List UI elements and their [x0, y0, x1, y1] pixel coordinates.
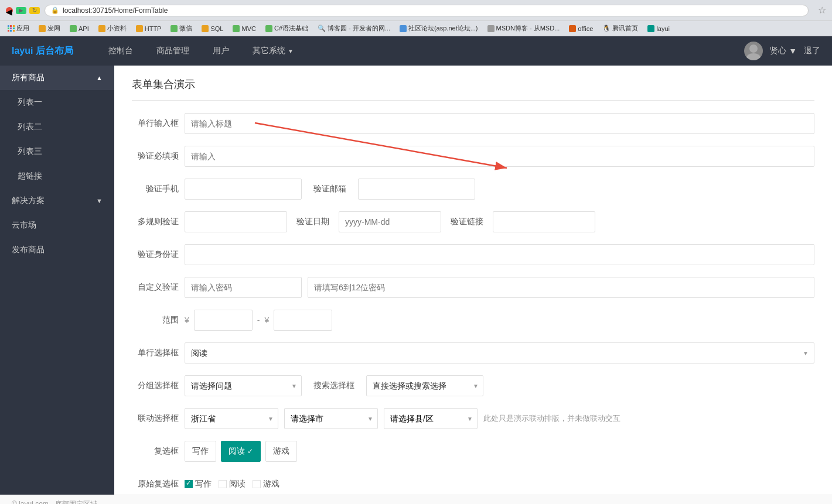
bookmark-13[interactable]: 🐧 腾讯首页 [599, 23, 641, 34]
page-title: 表单集合演示 [132, 77, 814, 101]
label-orig-checkboxes: 原始复选框 [132, 479, 185, 489]
sidebar-item-list1[interactable]: 列表一 [0, 90, 114, 115]
field-group-search-select: 请选择问题 搜索选择框 直接选择或搜索选择 [185, 375, 814, 396]
select-search-wrapper: 直接选择或搜索选择 [366, 375, 483, 396]
sidebar-item-list2[interactable]: 列表二 [0, 115, 114, 139]
nav-other[interactable]: 其它系统 ▼ [241, 36, 305, 66]
nav-dashboard[interactable]: 控制台 [97, 36, 145, 66]
sidebar-arrow-5: ▼ [96, 197, 103, 204]
sidebar-arrow-0: ▲ [96, 74, 103, 81]
input-multi-rule[interactable] [185, 211, 287, 232]
label-search-select: 搜索选择框 [313, 380, 354, 391]
bookmark-11[interactable]: MSDN博客 - 从MSD... [485, 23, 563, 34]
select-city[interactable]: 请选择市 [284, 408, 378, 429]
nav-products[interactable]: 商品管理 [145, 36, 201, 66]
input-idcard[interactable] [185, 244, 814, 265]
label-email: 验证邮箱 [313, 184, 346, 194]
sidebar-item-link[interactable]: 超链接 [0, 164, 114, 188]
bookmarks-bar: 应用 发网 API 小资料 HTTP 微信 SQL MVC C#语法基础 🔍 博… [0, 21, 832, 36]
app-nav: 控制台 商品管理 用户 其它系统 ▼ [97, 36, 744, 66]
field-select-single: 阅读 写作 游戏 [185, 342, 814, 364]
form-item-custom: 自定义验证 [132, 276, 814, 299]
bookmark-9[interactable]: 🔍 博客园 - 开发者的网... [315, 23, 393, 34]
browser-bar: ◀ ▶ ↻ 🔒 localhost:30715/Home/FormTable ☆ [0, 0, 832, 21]
orig-checkbox-read[interactable]: 阅读 [219, 479, 245, 489]
sidebar-item-list3[interactable]: 列表三 [0, 139, 114, 164]
field-custom [185, 277, 814, 298]
sidebar: 所有商品 ▲ 列表一 列表二 列表三 超链接 解决方案 ▼ 云市场 发布商品 [0, 66, 114, 495]
bookmark-7[interactable]: MVC [230, 24, 258, 33]
select-group[interactable]: 请选择问题 [185, 375, 302, 396]
input-password[interactable] [185, 277, 302, 298]
footer-text: © layui.com - 底部固定区域 [12, 499, 97, 504]
app-logo: layui 后台布局 [12, 45, 73, 57]
select-province-wrapper: 浙江省 [185, 408, 278, 429]
input-email[interactable] [358, 179, 475, 200]
bookmark-10[interactable]: 社区论坛(asp.net论坛...) [397, 23, 481, 34]
label-multi: 多规则验证 [132, 217, 185, 227]
form-item-checkbox-btns: 复选框 写作 阅读 ✓ 游戏 [132, 440, 814, 462]
label-linked: 联动选择框 [132, 413, 185, 424]
field-linked: 浙江省 请选择市 请选择县/区 此处只是演示联动排版，并未做联动交互 [185, 408, 814, 429]
bookmark-14[interactable]: layui [645, 24, 673, 33]
header-username[interactable]: 贤心 ▼ [770, 46, 797, 56]
bookmark-5[interactable]: 微信 [168, 23, 195, 34]
browser-dot-back[interactable]: ◀ [6, 7, 13, 14]
checkbox-btn-read[interactable]: 阅读 ✓ [221, 441, 261, 462]
orig-checkbox-game[interactable]: 游戏 [253, 479, 279, 489]
nav-users[interactable]: 用户 [201, 36, 241, 66]
input-range-max[interactable] [274, 310, 332, 331]
bookmark-star[interactable]: ☆ [818, 5, 826, 16]
browser-forward[interactable]: ▶ [16, 7, 26, 14]
bookmark-12[interactable]: office [566, 24, 596, 33]
orig-checkbox-game-box [253, 480, 261, 488]
field-single-input [185, 113, 814, 134]
select-single[interactable]: 阅读 写作 游戏 [185, 342, 814, 364]
input-password-hint[interactable] [308, 277, 814, 298]
app-footer: © layui.com - 底部固定区域 [0, 495, 832, 504]
select-search[interactable]: 直接选择或搜索选择 [366, 375, 483, 396]
app-body: 所有商品 ▲ 列表一 列表二 列表三 超链接 解决方案 ▼ 云市场 发布商品 表… [0, 66, 832, 495]
input-required[interactable] [185, 146, 814, 167]
bookmark-8[interactable]: C#语法基础 [262, 23, 311, 34]
select-district-wrapper: 请选择县/区 [384, 408, 478, 429]
browser-reload[interactable]: ↻ [29, 7, 40, 14]
range-prefix-2: ¥ [264, 316, 269, 325]
select-district[interactable]: 请选择县/区 [384, 408, 478, 429]
input-link[interactable] [493, 211, 595, 232]
field-phone-email: 验证邮箱 [185, 179, 814, 200]
bookmark-1[interactable]: 发网 [36, 23, 63, 34]
sidebar-item-cloud[interactable]: 云市场 [0, 213, 114, 238]
bookmark-4[interactable]: HTTP [133, 24, 165, 33]
label-select-single: 单行选择框 [132, 348, 185, 358]
range-prefix-1: ¥ [185, 316, 189, 325]
checkbox-btn-write[interactable]: 写作 [185, 441, 216, 462]
field-orig-checkboxes: 写作 阅读 游戏 [185, 479, 814, 489]
select-province[interactable]: 浙江省 [185, 408, 278, 429]
input-single-title[interactable] [185, 113, 814, 134]
bookmark-3[interactable]: 小资料 [96, 23, 129, 34]
field-idcard [185, 244, 814, 265]
form-item-multi: 多规则验证 验证日期 验证链接 [132, 211, 814, 233]
field-required [185, 146, 814, 167]
label-phone: 验证手机 [132, 184, 185, 194]
sidebar-item-publish[interactable]: 发布商品 [0, 238, 114, 262]
form-item-group-search-select: 分组选择框 请选择问题 搜索选择框 直接选择或搜索选择 [132, 375, 814, 397]
logout-button[interactable]: 退了 [804, 46, 820, 56]
input-range-min[interactable] [194, 310, 253, 331]
bookmark-apps[interactable]: 应用 [5, 23, 32, 34]
form-section: 单行输入框 验证必填项 验证手机 验证邮箱 [132, 112, 814, 495]
form-item-range: 范围 ¥ - ¥ [132, 309, 814, 331]
svg-point-0 [749, 44, 758, 53]
sidebar-item-all-products[interactable]: 所有商品 ▲ [0, 66, 114, 90]
input-phone[interactable] [185, 179, 302, 200]
sidebar-item-solutions[interactable]: 解决方案 ▼ [0, 188, 114, 213]
bookmark-6[interactable]: SQL [199, 24, 226, 33]
browser-url-bar[interactable]: 🔒 localhost:30715/Home/FormTable [45, 5, 809, 16]
range-group: ¥ - ¥ [185, 310, 332, 331]
bookmark-2[interactable]: API [67, 24, 92, 33]
input-date[interactable] [339, 211, 441, 232]
orig-checkbox-write-box [185, 480, 193, 488]
checkbox-btn-game[interactable]: 游戏 [265, 441, 297, 462]
orig-checkbox-write[interactable]: 写作 [185, 479, 212, 489]
